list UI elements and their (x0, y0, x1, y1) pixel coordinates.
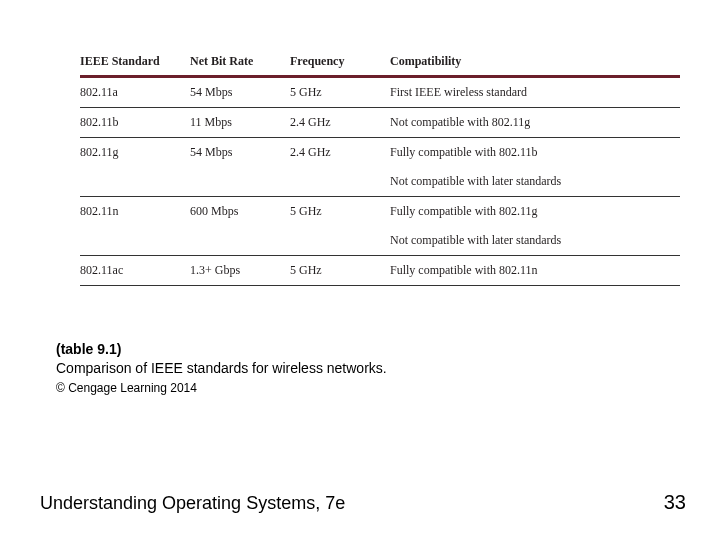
table-cell: 5 GHz (290, 256, 390, 286)
table-cell: 54 Mbps (190, 138, 290, 168)
table-row: 802.11ac1.3+ Gbps5 GHzFully compatible w… (80, 256, 680, 286)
table-cell: 802.11b (80, 108, 190, 138)
col-ieee-standard: IEEE Standard (80, 48, 190, 77)
table-cell: 802.11n (80, 197, 190, 227)
table-cell: Fully compatible with 802.11b (390, 138, 680, 168)
table-row: Not compatible with later standards (80, 226, 680, 256)
table-row: Not compatible with later standards (80, 167, 680, 197)
table-cell (80, 167, 190, 197)
table-caption: (table 9.1) Comparison of IEEE standards… (56, 340, 387, 397)
table-cell: Fully compatible with 802.11n (390, 256, 680, 286)
caption-label: (table 9.1) (56, 341, 121, 357)
page-number: 33 (664, 491, 686, 514)
table-cell (290, 167, 390, 197)
standards-table: IEEE Standard Net Bit Rate Frequency Com… (80, 48, 680, 286)
table-cell (80, 226, 190, 256)
table-cell: Fully compatible with 802.11g (390, 197, 680, 227)
col-net-bit-rate: Net Bit Rate (190, 48, 290, 77)
table-row: 802.11n600 Mbps5 GHzFully compatible wit… (80, 197, 680, 227)
col-compatibility: Compatibility (390, 48, 680, 77)
table-cell: 802.11ac (80, 256, 190, 286)
caption-text: Comparison of IEEE standards for wireles… (56, 360, 387, 376)
table-cell: Not compatible with later standards (390, 167, 680, 197)
caption-copyright: © Cengage Learning 2014 (56, 381, 197, 395)
table-cell: First IEEE wireless standard (390, 77, 680, 108)
table-cell (190, 167, 290, 197)
table-cell: Not compatible with 802.11g (390, 108, 680, 138)
table-row: 802.11b11 Mbps2.4 GHzNot compatible with… (80, 108, 680, 138)
table-cell: 5 GHz (290, 77, 390, 108)
table-cell: 1.3+ Gbps (190, 256, 290, 286)
table-row: 802.11a54 Mbps5 GHzFirst IEEE wireless s… (80, 77, 680, 108)
table-cell: 54 Mbps (190, 77, 290, 108)
table-cell: 802.11a (80, 77, 190, 108)
table-cell: 600 Mbps (190, 197, 290, 227)
table-cell: 5 GHz (290, 197, 390, 227)
table-cell: Not compatible with later standards (390, 226, 680, 256)
table-cell: 2.4 GHz (290, 138, 390, 168)
table-row: 802.11g54 Mbps2.4 GHzFully compatible wi… (80, 138, 680, 168)
table-cell: 2.4 GHz (290, 108, 390, 138)
table-cell (290, 226, 390, 256)
standards-table-container: IEEE Standard Net Bit Rate Frequency Com… (80, 48, 680, 286)
table-header-row: IEEE Standard Net Bit Rate Frequency Com… (80, 48, 680, 77)
table-cell: 11 Mbps (190, 108, 290, 138)
table-cell (190, 226, 290, 256)
table-body: 802.11a54 Mbps5 GHzFirst IEEE wireless s… (80, 77, 680, 286)
col-frequency: Frequency (290, 48, 390, 77)
book-title: Understanding Operating Systems, 7e (40, 493, 345, 514)
table-cell: 802.11g (80, 138, 190, 168)
